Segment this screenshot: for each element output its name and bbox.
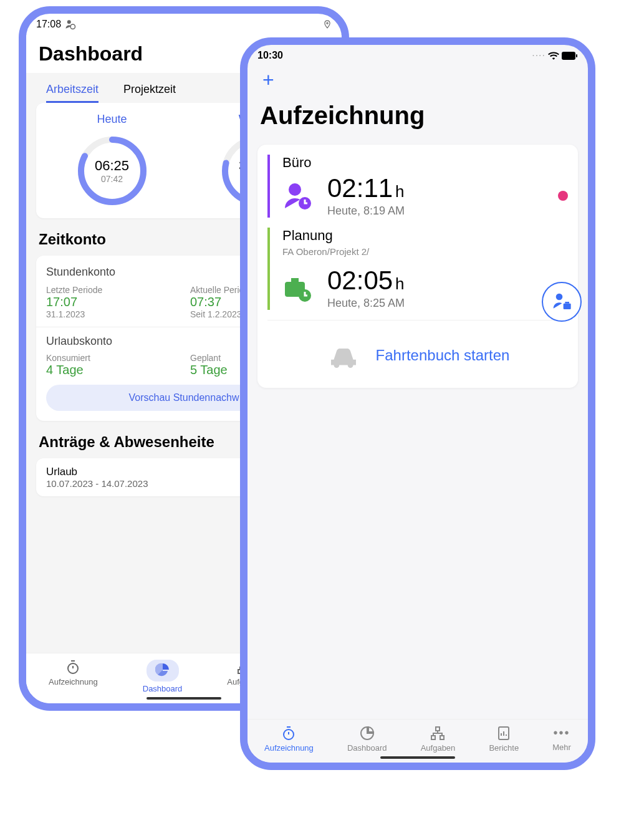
last-period-label: Letzte Periode bbox=[46, 285, 178, 295]
svg-point-0 bbox=[67, 20, 71, 24]
home-indicator bbox=[380, 756, 455, 759]
home-indicator bbox=[147, 697, 221, 700]
svg-point-2 bbox=[327, 22, 328, 24]
recording-card: Büro 02:11h Heute, 8:19 AM Planung FA Ob… bbox=[257, 145, 578, 388]
recording-indicator-icon bbox=[558, 191, 568, 201]
person-briefcase-icon bbox=[552, 292, 572, 312]
more-icon: ••• bbox=[554, 726, 570, 740]
fahrtenbuch-button[interactable]: Fahrtenbuch starten bbox=[267, 333, 568, 383]
car-icon bbox=[326, 343, 361, 368]
entry-unit: h bbox=[395, 182, 404, 201]
cellular-icon: ···· bbox=[532, 50, 545, 61]
status-time: 17:08 bbox=[36, 19, 61, 30]
divider bbox=[267, 320, 568, 320]
last-period-date: 31.1.2023 bbox=[46, 309, 178, 319]
urlaubskonto-title: Urlaubskonto bbox=[46, 335, 112, 348]
nav-berichte[interactable]: Berichte bbox=[489, 726, 519, 753]
ring-value: 06:25 bbox=[95, 158, 129, 174]
entry-time: 02:11 bbox=[327, 173, 393, 203]
entry-title: Büro bbox=[282, 155, 568, 171]
status-time: 10:30 bbox=[257, 50, 283, 61]
svg-rect-12 bbox=[576, 54, 577, 57]
nav-label: Aufzeichnung bbox=[49, 677, 98, 686]
nav-label: Aufgaben bbox=[421, 743, 456, 753]
briefcase-clock-icon bbox=[282, 273, 312, 303]
last-period-value: 17:07 bbox=[46, 295, 178, 309]
sitemap-icon bbox=[430, 726, 445, 741]
status-bar: 17:08 bbox=[26, 14, 342, 35]
stopwatch-icon bbox=[281, 726, 296, 741]
user-clock-icon bbox=[65, 19, 76, 30]
pie-chart-icon bbox=[360, 726, 375, 741]
page-title: Aufzeichnung bbox=[257, 94, 578, 137]
nav-mehr[interactable]: ••• Mehr bbox=[552, 726, 571, 753]
nav-dashboard[interactable]: Dashboard bbox=[143, 660, 183, 693]
status-bar: 10:30 ···· bbox=[248, 45, 588, 66]
entry-time: 02:05 bbox=[327, 266, 393, 295]
nav-label: Berichte bbox=[489, 743, 519, 753]
svg-rect-11 bbox=[562, 52, 575, 60]
stopwatch-icon bbox=[65, 660, 80, 675]
entry-unit: h bbox=[395, 274, 404, 293]
entry-title: Planung bbox=[282, 228, 568, 244]
consumed-label: Konsumiert bbox=[46, 353, 178, 363]
ring-label: Heute bbox=[46, 113, 178, 126]
location-icon bbox=[323, 20, 332, 29]
battery-icon bbox=[562, 52, 578, 60]
entry-when: Heute, 8:25 AM bbox=[327, 297, 543, 310]
svg-point-1 bbox=[70, 24, 75, 29]
wifi-icon bbox=[548, 51, 559, 60]
phone-aufzeichnung: 10:30 ···· + Aufzeichnung Büro 02:11h He… bbox=[240, 37, 595, 770]
nav-dashboard[interactable]: Dashboard bbox=[347, 726, 387, 753]
tab-projektzeit[interactable]: Projektzeit bbox=[123, 78, 176, 103]
person-clock-icon bbox=[282, 181, 312, 211]
svg-rect-21 bbox=[431, 736, 435, 739]
svg-rect-20 bbox=[436, 727, 440, 731]
ring-heute[interactable]: Heute 06:25 07:42 bbox=[46, 113, 178, 208]
nav-label: Dashboard bbox=[143, 684, 183, 693]
nav-aufgaben[interactable]: Aufgaben bbox=[421, 726, 456, 753]
nav-label: Dashboard bbox=[347, 743, 387, 753]
svg-rect-22 bbox=[440, 736, 444, 739]
entry-planung[interactable]: Planung FA Oberon/Projekt 2/ 02:05h Heut… bbox=[267, 228, 568, 310]
switch-activity-button[interactable] bbox=[542, 282, 582, 322]
nav-aufzeichnung[interactable]: Aufzeichnung bbox=[264, 726, 314, 753]
nav-label: Aufzeichnung bbox=[264, 743, 314, 753]
entry-when: Heute, 8:19 AM bbox=[327, 205, 543, 218]
entry-buero[interactable]: Büro 02:11h Heute, 8:19 AM bbox=[267, 155, 568, 218]
add-button[interactable]: + bbox=[257, 66, 578, 94]
consumed-value: 4 Tage bbox=[46, 363, 178, 377]
svg-rect-16 bbox=[564, 304, 571, 309]
fahrtenbuch-label: Fahrtenbuch starten bbox=[376, 345, 510, 365]
report-icon bbox=[496, 726, 511, 741]
svg-point-15 bbox=[556, 294, 563, 301]
nav-label: Mehr bbox=[552, 743, 571, 752]
svg-point-13 bbox=[289, 183, 301, 196]
pie-chart-icon bbox=[155, 662, 170, 677]
tab-arbeitszeit[interactable]: Arbeitszeit bbox=[46, 78, 99, 103]
entry-subtitle: FA Oberon/Projekt 2/ bbox=[282, 246, 568, 257]
nav-aufzeichnung[interactable]: Aufzeichnung bbox=[49, 660, 98, 693]
ring-target: 07:42 bbox=[95, 174, 129, 184]
